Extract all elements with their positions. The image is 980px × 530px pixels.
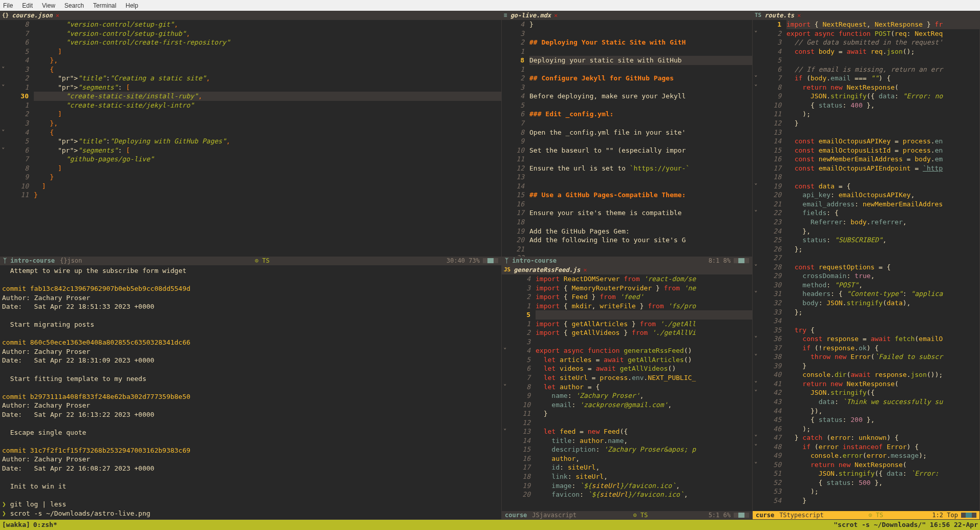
typescript-icon: TS	[755, 12, 761, 19]
menu-file[interactable]: File	[3, 2, 13, 9]
tab-filename[interactable]: course.json	[12, 11, 52, 19]
cursor-position: 30:40 73%	[446, 257, 480, 265]
close-icon[interactable]: ✕	[583, 266, 587, 274]
menu-view[interactable]: View	[42, 2, 55, 9]
pane-golive-mdx: ≡ go-live.mdx ✕ 432181234567891011121314…	[502, 11, 753, 265]
json-icon: {}	[2, 12, 9, 19]
editor-body[interactable]: ˅ ˅ ˅ 4321512345678910111213141516171819…	[502, 274, 752, 511]
tab-row: JS generateRssFeed.js ✕	[502, 265, 752, 274]
filetype: {}json	[60, 257, 82, 265]
terminal-output[interactable]: Attempt to wire up the subscribe form wi…	[0, 265, 501, 519]
treesitter-indicator: ⊙ TS	[868, 511, 883, 519]
scroll-indicator	[734, 258, 749, 263]
tmux-session: [wakka]	[2, 520, 30, 529]
javascript-icon: JS	[504, 266, 510, 274]
tmux-window: 0:zsh*	[33, 520, 57, 529]
git-branch: ᛉ intro-course	[3, 257, 55, 265]
fold-column: ˅ ˅ ˅ ˅ ˅ ˅ ˅ ˅ ˅ ˅ ˅ ˅ ˅ ˅	[753, 20, 759, 511]
code-content[interactable]: import ReactDOMServer from 'react-dom/se…	[536, 274, 752, 511]
close-icon[interactable]: ✕	[56, 11, 59, 19]
statusline-active: curse TStypescript ⊙ TS 1:2 Top	[753, 511, 979, 519]
menu-terminal[interactable]: Terminal	[93, 2, 116, 9]
statusline: ᛉ intro-course {}json ⊙ TS 30:40 73%	[0, 257, 501, 265]
code-content[interactable]: import { NextRequest, NextResponse } fre…	[786, 20, 979, 511]
tab-filename[interactable]: go-live.mdx	[510, 11, 551, 19]
fold-column: ˅ ˅ ˅ ˅	[0, 20, 6, 257]
editor-body[interactable]: ˅ ˅ ˅ ˅ ˅ ˅ ˅ ˅ ˅ ˅ ˅ ˅ ˅ ˅ 123456789101…	[753, 20, 979, 511]
menu-edit[interactable]: Edit	[22, 2, 33, 9]
line-gutter: 1234567891011121314151617181920212223242…	[759, 20, 786, 511]
treesitter-indicator: ⊙ TS	[255, 257, 270, 265]
treesitter-indicator: ⊙ TS	[633, 511, 648, 519]
cursor-position: 5:1 6%	[709, 511, 731, 519]
git-branch: course	[505, 511, 527, 519]
pane-terminal: Attempt to wire up the subscribe form wi…	[0, 265, 502, 520]
editor-body[interactable]: 4321812345678910111213141516171819202122…	[502, 20, 752, 257]
pane-route-ts: TS route.ts ✕ ˅ ˅ ˅ ˅ ˅ ˅ ˅ ˅ ˅ ˅ ˅ ˅ ˅ …	[753, 11, 980, 520]
scroll-indicator	[483, 258, 498, 263]
git-branch: curse	[756, 511, 774, 519]
tab-row: {} course.json ✕	[0, 11, 501, 20]
filetype: TStypescript	[779, 511, 824, 519]
tab-filename[interactable]: generateRssFeed.js	[514, 266, 580, 274]
line-gutter: 87654321301234567891011	[6, 20, 34, 257]
statusline: course JSjavascript ⊙ TS 5:1 6%	[502, 511, 752, 519]
filetype: JSjavascript	[532, 511, 577, 519]
close-icon[interactable]: ✕	[797, 11, 801, 19]
cursor-position: 1:2 Top	[932, 511, 958, 519]
menubar[interactable]: File Edit View Search Terminal Help	[0, 0, 980, 11]
tab-row: ≡ go-live.mdx ✕	[502, 11, 752, 20]
tmux-right: "scrot -s ~/Downloads/" 16:56 22-Apr	[834, 520, 978, 529]
editor-grid: {} course.json ✕ ˅ ˅ ˅ ˅ 876543213012345…	[0, 11, 980, 520]
close-icon[interactable]: ✕	[554, 11, 558, 19]
git-branch: ᛉ intro-course	[505, 257, 557, 265]
tab-row: TS route.ts ✕	[753, 11, 979, 20]
statusline: ᛉ intro-course 8:1 8%	[502, 257, 752, 265]
code-content[interactable]: "version-control/setup-git", "version-co…	[34, 20, 501, 257]
scroll-indicator	[734, 513, 749, 518]
editor-body[interactable]: ˅ ˅ ˅ ˅ 87654321301234567891011 "version…	[0, 20, 501, 257]
line-gutter: 4321812345678910111213141516171819202122	[502, 20, 529, 257]
code-content[interactable]: } ## Deploying Your Static Site with Git…	[529, 20, 752, 257]
mdx-icon: ≡	[504, 12, 507, 19]
cursor-position: 8:1 8%	[709, 257, 731, 265]
scroll-indicator	[961, 513, 976, 518]
tmux-statusbar: [wakka] 0:zsh* "scrot -s ~/Downloads/" 1…	[0, 520, 980, 530]
menu-search[interactable]: Search	[65, 2, 84, 9]
fold-column: ˅ ˅ ˅	[502, 274, 508, 511]
tab-filename[interactable]: route.ts	[764, 11, 794, 19]
pane-course-json: {} course.json ✕ ˅ ˅ ˅ ˅ 876543213012345…	[0, 11, 502, 265]
line-gutter: 432151234567891011121314151617181920	[508, 274, 536, 511]
pane-rssfeed-js: JS generateRssFeed.js ✕ ˅ ˅ ˅ 4321512345…	[502, 265, 753, 520]
menu-help[interactable]: Help	[125, 2, 138, 9]
